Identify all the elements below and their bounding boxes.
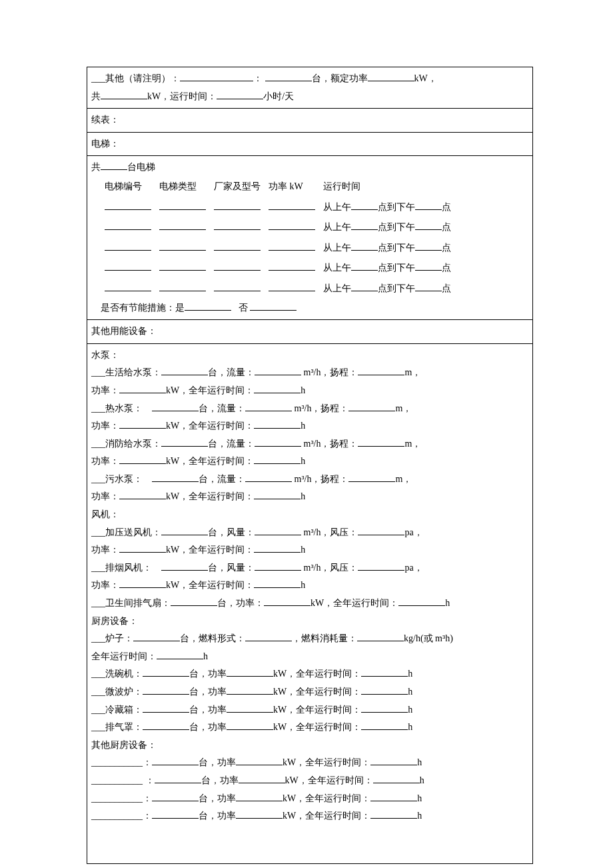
saving-no: 否 — [239, 303, 248, 313]
t: 台，功率： — [217, 598, 264, 608]
t-end: 点 — [442, 243, 451, 253]
other-kitchen: 其他厨房设备： — [91, 740, 157, 750]
pump-hot: ___热水泵： — [91, 403, 143, 413]
t: kW，全年运行时间： — [283, 811, 370, 821]
t: h — [417, 811, 422, 821]
cell-elev-body: 共台电梯 电梯编号 电梯类型 厂家及型号 功率 kW 运行时间 从上午点到下午点… — [87, 156, 533, 320]
cell-body: 水泵： ___生活给水泵：台，流量： m³/h，扬程：m， 功率：kW，全年运行… — [87, 343, 533, 863]
t: kW，全年运行时间： — [166, 580, 254, 590]
t: 台，流量： — [208, 367, 255, 377]
t-end: 点 — [442, 283, 451, 293]
stove: ___炉子： — [91, 633, 133, 643]
page: ___其他（请注明）：： 台，额定功率kW， 共kW，运行时间：小时/天 续表：… — [0, 0, 613, 868]
t: h — [417, 793, 422, 803]
t-end: 点 — [442, 263, 451, 273]
t: pa， — [404, 563, 422, 573]
t: kW，全年运行时间： — [166, 456, 254, 466]
t: m³/h，扬程： — [292, 474, 348, 484]
t-end: 点 — [442, 202, 451, 212]
fan-bath: ___卫生间排气扇： — [91, 598, 171, 608]
t-mid: 点到下午 — [378, 222, 415, 232]
t: 台，功率 — [189, 705, 227, 715]
t: m³/h，扬程： — [301, 439, 358, 449]
pumps-title: 水泵： — [91, 350, 119, 360]
t-end: 点 — [442, 222, 451, 232]
t: 功率： — [91, 421, 119, 431]
elevator-table: 电梯编号 电梯类型 厂家及型号 功率 kW 运行时间 从上午点到下午点 从上午点… — [101, 177, 455, 299]
t: pa， — [404, 527, 422, 537]
t: 功率： — [91, 545, 119, 555]
t: 台，流量： — [208, 439, 255, 449]
t: kW，全年运行时间： — [273, 722, 361, 732]
t: 台，风量： — [208, 563, 255, 573]
t: ________ ： — [105, 775, 155, 785]
t-kw2: kW，运行时间： — [147, 91, 217, 101]
t-mid: 点到下午 — [378, 202, 415, 212]
t: 台，功率 — [189, 687, 227, 697]
t: m³/h，风压： — [301, 563, 358, 573]
t: m， — [395, 403, 412, 413]
table-row: 电梯编号 电梯类型 厂家及型号 功率 kW 运行时间 — [101, 177, 455, 197]
cell-other-top: ___其他（请注明）：： 台，额定功率kW， 共kW，运行时间：小时/天 — [87, 67, 533, 109]
hood: ___排气罩： — [91, 722, 143, 732]
pump-life: ___生活给水泵： — [91, 367, 161, 377]
t: kW，全年运行时间： — [285, 775, 373, 785]
kitchen-title: 厨房设备： — [91, 616, 138, 626]
cell-elev-title: 电梯： — [87, 132, 533, 156]
t-from: 从上午 — [323, 283, 351, 293]
t: h — [301, 545, 305, 555]
hdr-no: 电梯编号 — [101, 177, 155, 197]
t: kW，全年运行时间： — [283, 793, 370, 803]
t: kW，全年运行时间： — [273, 687, 361, 697]
saving-q: 是否有节能措施：是 — [101, 303, 185, 313]
t: 台，燃料形式： — [180, 633, 245, 643]
t: h — [301, 456, 305, 466]
t: 功率： — [91, 580, 119, 590]
table-row: 从上午点到下午点 — [101, 258, 455, 279]
t: 台，功率 — [199, 811, 236, 821]
t: 台，功率 — [201, 775, 239, 785]
t: kW，全年运行时间： — [310, 598, 398, 608]
t: kW，全年运行时间： — [166, 421, 254, 431]
t-tai: 台，额定功率 — [312, 73, 368, 83]
t: 台，流量： — [199, 474, 245, 484]
fridge: ___冷藏箱： — [91, 705, 143, 715]
table-row: 从上午点到下午点 — [101, 238, 455, 259]
hdr-pwr: 功率 kW — [265, 177, 319, 197]
fans-title: 风机： — [91, 509, 119, 519]
pump-sewage: ___污水泵： — [91, 474, 143, 484]
t: h — [408, 687, 412, 697]
t: ，燃料消耗量： — [292, 633, 357, 643]
t: 台，功率 — [189, 669, 227, 679]
cell-contd: 续表： — [87, 109, 533, 133]
hdr-time: 运行时间 — [319, 177, 455, 197]
t: h — [408, 669, 412, 679]
t: kg/h(或 m³h) — [404, 633, 453, 643]
fan-smoke: ___排烟风机： — [91, 563, 152, 573]
t: kW，全年运行时间： — [283, 757, 370, 767]
table-row: 从上午点到下午点 — [101, 197, 455, 218]
t: h — [417, 757, 422, 767]
t: 全年运行时间： — [91, 651, 157, 661]
elev-total-suf: 台电梯 — [127, 162, 155, 172]
other-eq: 其他用能设备： — [91, 326, 157, 336]
t: ________： — [105, 811, 152, 821]
form-table: ___其他（请注明）：： 台，额定功率kW， 共kW，运行时间：小时/天 续表：… — [87, 67, 533, 864]
fan-press: ___加压送风机： — [91, 527, 161, 537]
t-hd: 小时/天 — [263, 91, 294, 101]
t: h — [203, 651, 208, 661]
elev-title: 电梯： — [91, 139, 119, 149]
table-row: 从上午点到下午点 — [101, 279, 455, 299]
t: h — [408, 705, 412, 715]
t-kw: kW， — [414, 73, 437, 83]
t: 台，风量： — [208, 527, 255, 537]
t: kW，全年运行时间： — [166, 385, 254, 395]
t-total: 共 — [91, 91, 101, 101]
t: 功率： — [91, 456, 119, 466]
t: h — [408, 722, 412, 732]
t: 功率： — [91, 385, 119, 395]
t: h — [301, 385, 305, 395]
t: 台，功率 — [189, 722, 227, 732]
t: m， — [395, 474, 412, 484]
t: h — [420, 775, 424, 785]
